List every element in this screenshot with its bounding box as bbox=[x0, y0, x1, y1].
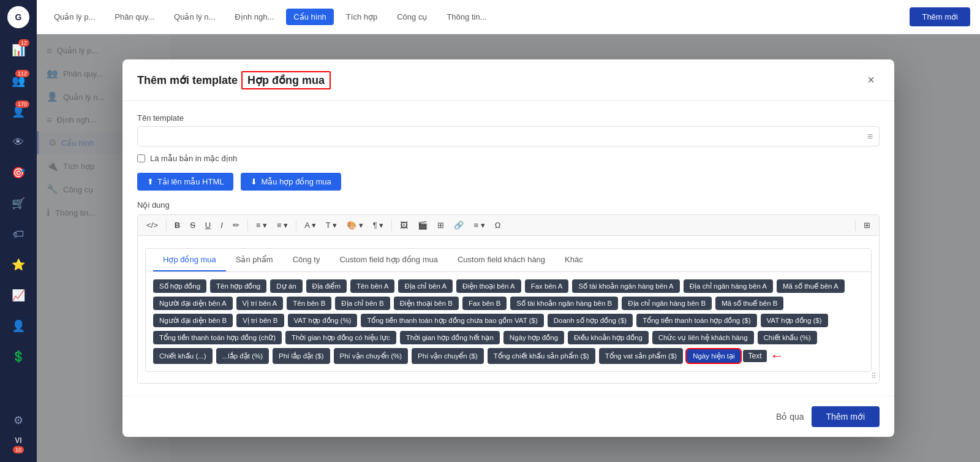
tag-dieu-khoan[interactable]: Điều khoản hợp đồng bbox=[568, 331, 649, 344]
toolbar-expand-btn[interactable]: ⊞ bbox=[860, 219, 874, 232]
toolbar-underline-btn[interactable]: U bbox=[202, 219, 214, 232]
tag-lap-dat-pct[interactable]: ...lắp đặt (%) bbox=[216, 348, 269, 364]
toolbar-pen-btn[interactable]: ✏ bbox=[229, 219, 243, 232]
tag-fax-ben-a[interactable]: Fax bên A bbox=[525, 279, 569, 293]
cancel-button[interactable]: Bỏ qua bbox=[776, 412, 804, 422]
tag-tg-hieu-luc[interactable]: Thời gian hợp đồng có hiệu lực bbox=[285, 331, 396, 344]
tag-tong-tien-tt[interactable]: Tổng tiền thanh toán hợp đồng ($) bbox=[636, 314, 756, 327]
tag-dia-chi-nh-ben-a[interactable]: Địa chỉ ngân hàng bên A bbox=[684, 279, 773, 293]
sidebar-icon-star[interactable]: ⭐ bbox=[5, 251, 32, 278]
tag-nguoi-dd-ben-b[interactable]: Người đại diện bên B bbox=[153, 314, 233, 327]
nav-menu-quan-ly-p[interactable]: Quản lý p... bbox=[47, 9, 102, 25]
tab-custom-hop-dong[interactable]: Custom field hợp đồng mua bbox=[330, 249, 448, 271]
toolbar-table-btn[interactable]: ⊞ bbox=[434, 219, 448, 232]
nav-menu-dinh-ngh[interactable]: Định ngh... bbox=[227, 9, 281, 25]
checkbox-mac-dinh[interactable] bbox=[137, 154, 145, 162]
submit-button[interactable]: Thêm mới bbox=[812, 406, 880, 427]
tag-stk-ben-a[interactable]: Số tài khoản ngân hàng bên A bbox=[572, 279, 679, 293]
tag-dia-diem[interactable]: Địa điểm bbox=[306, 279, 347, 293]
editor-resize-handle[interactable]: ⠿ bbox=[871, 372, 876, 381]
toolbar-color-btn[interactable]: 🎨 ▾ bbox=[343, 219, 367, 232]
tag-phi-lap-dat[interactable]: Phí lắp đặt ($) bbox=[273, 348, 330, 364]
tag-vi-tri-ben-a[interactable]: Vị trí bên A bbox=[236, 297, 284, 310]
tag-vat-hop-dong[interactable]: VAT hợp đồng (%) bbox=[288, 314, 358, 327]
tag-dia-chi-ben-b[interactable]: Địa chỉ bên B bbox=[335, 297, 390, 310]
tag-tong-ck-sp[interactable]: Tổng chiết khấu sản phẩm ($) bbox=[488, 348, 595, 364]
sidebar-icon-tag[interactable]: 🏷 bbox=[5, 221, 32, 248]
nav-menu-tich-hop[interactable]: Tích hợp bbox=[339, 9, 385, 25]
sidebar-icon-cart[interactable]: 🛒 bbox=[5, 190, 32, 217]
upload-html-button[interactable]: ⬆ Tải lên mẫu HTML bbox=[137, 173, 233, 191]
editor-body[interactable]: Hợp đồng mua Sản phẩm Công ty Custom fie… bbox=[138, 236, 879, 383]
tag-fax-ben-b[interactable]: Fax bên B bbox=[462, 297, 507, 310]
sidebar-icon-chart2[interactable]: 📈 bbox=[5, 282, 32, 309]
sidebar-icon-dollar[interactable]: 💲 bbox=[5, 343, 32, 370]
toolbar-size-btn[interactable]: T ▾ bbox=[322, 219, 341, 232]
tag-dt-ben-a[interactable]: Điện thoại bên A bbox=[456, 279, 521, 293]
tag-stk-ben-b[interactable]: Số tài khoản ngân hàng bên B bbox=[510, 297, 618, 310]
nav-menu-thong-tin[interactable]: Thông tin... bbox=[439, 9, 494, 25]
tag-ten-ben-b[interactable]: Tên bên B bbox=[287, 297, 331, 310]
toolbar-font-btn[interactable]: A ▾ bbox=[301, 219, 320, 232]
nav-menu-cau-hinh[interactable]: Cấu hình bbox=[286, 9, 334, 25]
tag-ten-ben-a[interactable]: Tên bên A bbox=[350, 279, 394, 293]
tag-tg-het-han[interactable]: Thời gian hợp đồng hết hạn bbox=[400, 331, 500, 344]
tag-ma-so-thue-ben-a[interactable]: Mã số thuế bên A bbox=[777, 279, 845, 293]
toolbar-para-btn[interactable]: ¶ ▾ bbox=[369, 219, 388, 232]
sidebar-icon-user2[interactable]: 👤 bbox=[5, 312, 32, 339]
tag-chuc-vu-lh[interactable]: Chức vụ liên hệ khách hàng bbox=[652, 331, 754, 344]
tag-dia-chi-ben-a[interactable]: Địa chỉ bên A bbox=[398, 279, 453, 293]
tag-phi-van-chuyen-dollar[interactable]: Phí vận chuyển ($) bbox=[412, 348, 484, 364]
tag-tong-vat-sp[interactable]: Tổng vat sản phẩm ($) bbox=[599, 348, 684, 364]
toolbar-omega-btn[interactable]: Ω bbox=[491, 219, 505, 232]
sidebar-icon-target[interactable]: 🎯 bbox=[5, 159, 32, 186]
sidebar-icon-chart[interactable]: 📊 12 bbox=[5, 37, 32, 64]
tag-dt-ben-b[interactable]: Điện thoại bên B bbox=[394, 297, 459, 310]
sidebar-icon-person[interactable]: 👤 170 bbox=[5, 98, 32, 125]
tag-dia-chi-nh-ben-b[interactable]: Địa chỉ ngân hàng bên B bbox=[622, 297, 712, 310]
sidebar-icon-settings[interactable]: ⚙ bbox=[5, 407, 32, 434]
tag-du-an[interactable]: Dự án bbox=[270, 279, 302, 293]
checkbox-mac-dinh-row: Là mẫu bản in mặc định bbox=[137, 154, 880, 163]
tag-ngay-hien-tai[interactable]: Ngày hiện tại bbox=[687, 349, 741, 363]
tag-vat-hd-dollar[interactable]: VAT hợp đồng ($) bbox=[761, 314, 828, 327]
tag-doanh-so[interactable]: Doanh số hợp đồng ($) bbox=[548, 314, 633, 327]
sidebar-icon-users[interactable]: 👥 112 bbox=[5, 67, 32, 94]
top-them-moi-button[interactable]: Thêm mới bbox=[910, 7, 970, 26]
toolbar-indent-btn[interactable]: ≡ ▾ bbox=[273, 219, 292, 232]
sidebar-icon-eye[interactable]: 👁 bbox=[5, 129, 32, 156]
tab-cong-ty[interactable]: Công ty bbox=[283, 249, 330, 271]
tag-ten-hop-dong[interactable]: Tên hợp đồng bbox=[210, 279, 266, 293]
toolbar-code-btn[interactable]: </> bbox=[143, 219, 162, 232]
tag-nguoi-dd-ben-a[interactable]: Người đại diện bên A bbox=[153, 297, 233, 310]
tag-tong-tien-chua-vat[interactable]: Tổng tiền thanh toán hợp đồng chưa bao g… bbox=[361, 314, 543, 327]
modal-them-moi-template: Thêm mới template Hợp đồng mua × Tên tem… bbox=[123, 59, 894, 437]
tab-hop-dong-mua[interactable]: Hợp đồng mua bbox=[153, 249, 226, 271]
sidebar-icon-lang[interactable]: VI 10 bbox=[5, 434, 32, 456]
ten-template-input[interactable] bbox=[138, 127, 861, 146]
tab-custom-khach-hang[interactable]: Custom field khách hàng bbox=[448, 249, 555, 271]
sample-contract-button[interactable]: ⬇ Mẫu hợp đồng mua bbox=[241, 173, 341, 191]
modal-close-button[interactable]: × bbox=[862, 70, 880, 89]
toolbar-italic-btn[interactable]: I bbox=[217, 219, 227, 232]
toolbar-bold-btn[interactable]: B bbox=[171, 219, 184, 232]
toolbar-list-btn[interactable]: ≡ ▾ bbox=[252, 219, 271, 232]
tag-chiet-khau-pct[interactable]: Chiết khấu (%) bbox=[758, 331, 817, 344]
toolbar-image-btn[interactable]: 🖼 bbox=[396, 219, 412, 232]
tag-chiet-khau-etc[interactable]: Chiết khấu (...) bbox=[153, 348, 213, 364]
tag-so-hop-dong[interactable]: Số hợp đồng bbox=[153, 279, 206, 293]
tag-tong-tien-chu[interactable]: Tổng tiền thanh toán hợp đồng (chữ) bbox=[153, 331, 282, 344]
nav-menu-phan-quy[interactable]: Phân quy... bbox=[107, 9, 162, 25]
nav-menu-quan-ly-n[interactable]: Quản lý n... bbox=[167, 9, 222, 25]
toolbar-align-btn[interactable]: ≡ ▾ bbox=[470, 219, 488, 232]
nav-menu-cong-cu[interactable]: Công cụ bbox=[390, 9, 434, 25]
tag-vi-tri-ben-b[interactable]: Vị trí bên B bbox=[236, 314, 284, 327]
toolbar-link-btn[interactable]: 🔗 bbox=[450, 219, 467, 232]
tab-khac[interactable]: Khác bbox=[555, 249, 593, 271]
toolbar-strike-btn[interactable]: S bbox=[186, 219, 199, 232]
toolbar-video-btn[interactable]: 🎬 bbox=[414, 219, 431, 232]
tag-phi-van-chuyen-pct[interactable]: Phí vận chuyển (%) bbox=[334, 348, 409, 364]
tag-ma-so-thue-ben-b[interactable]: Mã số thuế bên B bbox=[715, 297, 783, 310]
tab-san-pham[interactable]: Sản phẩm bbox=[226, 249, 283, 271]
tag-ngay-hop-dong[interactable]: Ngày hợp đồng bbox=[503, 331, 564, 344]
